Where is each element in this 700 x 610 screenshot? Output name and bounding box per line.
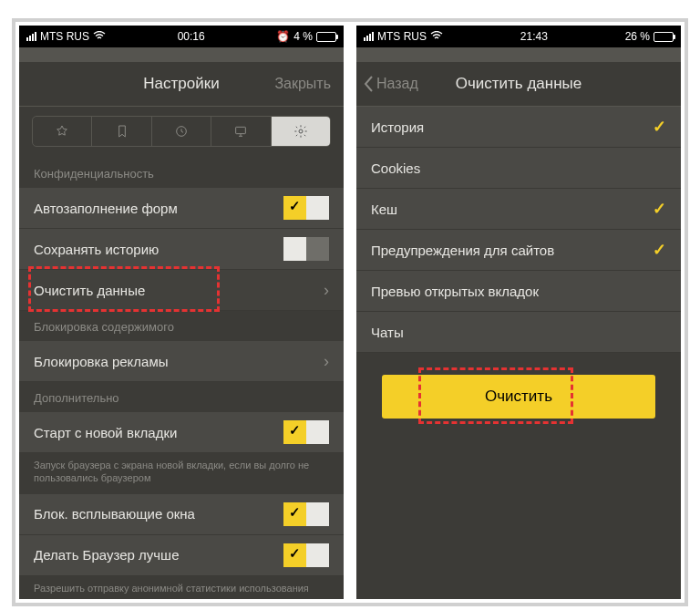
nav-header: Назад Очистить данные	[356, 62, 681, 107]
segmented-tabs	[32, 116, 331, 147]
row-save-history[interactable]: Сохранять историю	[19, 229, 344, 270]
row-label: Сохранять историю	[34, 242, 159, 257]
browser-peek	[19, 47, 344, 62]
row-label: Делать Браузер лучше	[34, 547, 180, 563]
row-label: История	[371, 119, 424, 135]
back-button[interactable]: Назад	[364, 76, 418, 92]
nav-title: Очистить данные	[456, 75, 582, 93]
row-label: Блокировка рекламы	[34, 354, 169, 369]
row-label: Кеш	[371, 202, 397, 217]
row-adblock[interactable]: Блокировка рекламы ›	[19, 341, 344, 382]
row-label: Предупреждения для сайтов	[371, 243, 554, 258]
signal-icon	[26, 32, 36, 41]
row-start-new-tab[interactable]: Старт с новой вкладки	[19, 412, 344, 453]
carrier-label: MTS RUS	[377, 30, 427, 43]
section-header-additional: Дополнительно	[19, 382, 344, 412]
row-label: Старт с новой вкладки	[34, 425, 177, 440]
row-cache[interactable]: Кеш ✓	[356, 189, 681, 230]
tab-bookmarks[interactable]	[92, 117, 151, 146]
tab-settings[interactable]	[272, 117, 330, 146]
wifi-icon	[93, 31, 106, 42]
row-label: Чаты	[371, 325, 404, 340]
check-icon: ✓	[653, 199, 666, 219]
row-cookies[interactable]: Cookies	[356, 148, 681, 189]
battery-icon	[316, 32, 336, 42]
nav-title: Настройки	[143, 75, 219, 93]
check-icon: ✓	[653, 240, 666, 260]
svg-point-2	[299, 129, 303, 133]
phone-right-clear-data: MTS RUS 21:43 26 % Назад Очистить данные…	[356, 26, 681, 599]
row-label: Превью открытых вкладок	[371, 284, 539, 299]
chevron-right-icon: ›	[324, 352, 329, 371]
row-block-popups[interactable]: Блок. всплывающие окна	[19, 494, 344, 535]
alarm-icon: ⏰	[276, 30, 290, 43]
close-button[interactable]: Закрыть	[274, 76, 331, 92]
battery-text: 26 %	[625, 30, 650, 43]
status-time: 00:16	[178, 30, 205, 43]
row-clear-data[interactable]: Очистить данные ›	[19, 270, 344, 311]
wifi-icon	[430, 31, 443, 42]
row-hint-start-new: Запуск браузера с экрана новой вкладки, …	[19, 453, 344, 494]
clear-button[interactable]: Очистить	[382, 375, 655, 419]
toggle-improve-browser[interactable]	[283, 543, 329, 567]
status-bar: MTS RUS 00:16 ⏰ 4 %	[19, 26, 344, 47]
phone-left-settings: MTS RUS 00:16 ⏰ 4 % Настройки Закрыть	[19, 26, 344, 599]
check-icon: ✓	[653, 117, 666, 137]
chevron-right-icon: ›	[324, 281, 329, 300]
row-label: Очистить данные	[34, 283, 145, 298]
carrier-label: MTS RUS	[40, 30, 89, 43]
row-improve-browser[interactable]: Делать Браузер лучше	[19, 535, 344, 576]
battery-text: 4 %	[293, 30, 313, 43]
row-site-warnings[interactable]: Предупреждения для сайтов ✓	[356, 230, 681, 271]
row-hint-improve: Разрешить отправку анонимной статистики …	[19, 576, 344, 599]
row-label: Cookies	[371, 160, 420, 176]
status-bar: MTS RUS 21:43 26 %	[356, 26, 681, 47]
status-time: 21:43	[520, 30, 548, 43]
svg-rect-1	[236, 127, 246, 133]
signal-icon	[364, 32, 374, 41]
row-tab-previews[interactable]: Превью открытых вкладок	[356, 271, 681, 312]
browser-peek	[356, 47, 681, 62]
row-label: Блок. всплывающие окна	[34, 506, 195, 522]
toggle-block-popups[interactable]	[283, 502, 329, 526]
section-header-privacy: Конфиденциальность	[19, 158, 344, 188]
row-history[interactable]: История ✓	[356, 107, 681, 148]
tab-history[interactable]	[152, 117, 211, 146]
section-header-contentblock: Блокировка содержимого	[19, 311, 344, 341]
tab-desktop[interactable]	[211, 117, 271, 146]
row-label: Автозаполнение форм	[34, 201, 178, 216]
row-autofill[interactable]: Автозаполнение форм	[19, 188, 344, 229]
row-chats[interactable]: Чаты	[356, 312, 681, 353]
tab-favorites[interactable]	[33, 117, 92, 146]
nav-header: Настройки Закрыть	[19, 62, 344, 107]
back-label: Назад	[376, 76, 418, 92]
toggle-start-new-tab[interactable]	[283, 420, 329, 444]
toggle-save-history[interactable]	[283, 237, 329, 261]
clear-button-label: Очистить	[485, 388, 552, 406]
toggle-autofill[interactable]	[283, 196, 329, 220]
battery-icon	[654, 32, 674, 42]
